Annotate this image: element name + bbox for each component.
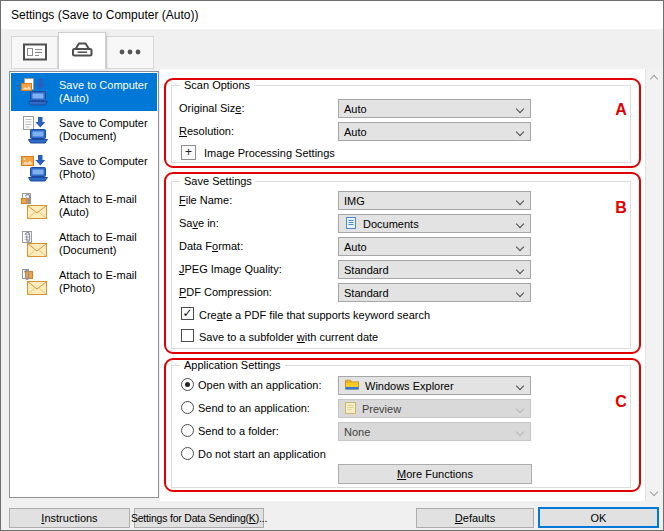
data-format-select[interactable]: Auto: [338, 237, 531, 256]
jpeg-quality-value: Standard: [344, 264, 389, 276]
sidebar-item-label-line2: (Document): [59, 130, 148, 143]
footer-bar: Instructions Settings for Data Sending(K…: [1, 501, 663, 531]
jpeg-quality-select[interactable]: Standard: [338, 260, 531, 279]
sidebar-item-label-line2: (Photo): [59, 168, 148, 181]
more-tabs-icon: [116, 42, 144, 64]
open-with-application-label[interactable]: Open with an application:: [198, 379, 322, 391]
scan-options-title: Scan Options: [180, 79, 254, 91]
sidebar-item-label-line1: Attach to E-mail: [59, 269, 137, 282]
settings-list: Save to Computer (Auto) Save to Computer…: [9, 71, 159, 498]
resolution-select[interactable]: Auto: [338, 122, 531, 141]
save-settings-title: Save Settings: [180, 175, 256, 187]
more-functions-button[interactable]: More Functions: [338, 464, 532, 484]
data-format-value: Auto: [344, 241, 367, 253]
chevron-up-icon: [650, 74, 658, 82]
create-pdf-keyword-checkbox[interactable]: ✓: [181, 307, 194, 320]
settings-for-data-sending-button[interactable]: Settings for Data Sending(K)...: [134, 508, 264, 528]
sidebar-item-label-line1: Save to Computer: [59, 155, 148, 168]
sidebar-item-save-to-computer-document[interactable]: Save to Computer (Document): [11, 111, 157, 149]
save-in-label: Save in:: [179, 217, 219, 229]
chevron-down-icon: [650, 487, 658, 495]
tab-strip: [1, 29, 663, 69]
simple-settings-tab-icon: [22, 42, 48, 64]
save-in-select[interactable]: Documents: [338, 214, 531, 233]
save-to-computer-photo-icon: [20, 154, 48, 182]
save-to-computer-document-icon: [20, 116, 48, 144]
instructions-label: Instructions: [41, 512, 97, 524]
do-not-start-application-radio[interactable]: [181, 447, 194, 460]
sidebar-item-label-line1: Attach to E-mail: [59, 231, 137, 244]
tab-more[interactable]: [106, 36, 154, 69]
send-to-application-select: Preview: [338, 399, 531, 418]
open-with-application-radio[interactable]: [181, 378, 194, 391]
chevron-down-icon: [516, 382, 524, 390]
instructions-button[interactable]: Instructions: [9, 508, 130, 528]
sidebar-item-label-line1: Attach to E-mail: [59, 193, 137, 206]
chevron-down-icon: [516, 266, 524, 274]
chevron-down-icon: [516, 405, 524, 413]
resolution-value: Auto: [344, 126, 367, 138]
settings-for-data-sending-label: Settings for Data Sending(K)...: [131, 512, 267, 524]
chevron-down-icon: [516, 197, 524, 205]
attach-to-email-auto-icon: [20, 192, 48, 220]
data-format-label: Data Format:: [179, 240, 243, 252]
save-subfolder-checkbox[interactable]: [181, 329, 194, 342]
ok-button[interactable]: OK: [538, 507, 659, 528]
sidebar-item-label-line1: Save to Computer: [59, 79, 148, 92]
sidebar-item-attach-to-email-photo[interactable]: Attach to E-mail (Photo): [11, 263, 157, 301]
chevron-down-icon: [516, 289, 524, 297]
documents-icon: [344, 216, 363, 232]
sidebar-item-label-line2: (Auto): [59, 206, 137, 219]
open-with-application-value: Windows Explorer: [365, 380, 454, 392]
scroll-down-button[interactable]: [646, 485, 662, 501]
jpeg-quality-label: JPEG Image Quality:: [179, 263, 282, 275]
preview-app-icon: [344, 401, 362, 417]
file-name-input[interactable]: IMG: [338, 191, 531, 210]
file-name-value: IMG: [344, 195, 365, 207]
send-to-folder-label[interactable]: Send to a folder:: [198, 425, 279, 437]
image-processing-expand-button[interactable]: +: [181, 145, 196, 160]
more-functions-label: More Functions: [397, 468, 473, 480]
scroll-up-button[interactable]: [646, 69, 662, 85]
chevron-down-icon: [516, 105, 524, 113]
send-to-folder-radio[interactable]: [181, 424, 194, 437]
application-settings-title: Application Settings: [180, 359, 285, 371]
send-to-application-label[interactable]: Send to an application:: [198, 402, 310, 414]
resolution-label: Resolution:: [179, 125, 234, 137]
pdf-compression-label: PDF Compression:: [179, 286, 272, 298]
window-title: Settings (Save to Computer (Auto)): [11, 8, 198, 22]
checkmark-icon: ✓: [182, 308, 192, 319]
tab-scanner-settings[interactable]: [58, 32, 106, 69]
file-name-label: File Name:: [179, 194, 232, 206]
create-pdf-keyword-label[interactable]: Create a PDF file that supports keyword …: [199, 309, 430, 321]
sidebar-item-label-line2: (Auto): [59, 92, 148, 105]
sidebar-item-attach-to-email-document[interactable]: Attach to E-mail (Document): [11, 225, 157, 263]
original-size-select[interactable]: Auto: [338, 99, 531, 118]
chevron-down-icon: [516, 243, 524, 251]
vertical-scrollbar[interactable]: [645, 69, 661, 501]
do-not-start-application-label[interactable]: Do not start an application: [198, 448, 326, 460]
attach-to-email-photo-icon: [20, 268, 48, 296]
settings-dialog: Settings (Save to Computer (Auto)): [0, 0, 664, 531]
open-with-application-select[interactable]: Windows Explorer: [338, 376, 531, 395]
original-size-value: Auto: [344, 103, 367, 115]
defaults-label: Defaults: [455, 512, 495, 524]
chevron-down-icon: [516, 128, 524, 136]
defaults-button[interactable]: Defaults: [416, 508, 534, 528]
save-to-computer-auto-icon: [20, 78, 48, 106]
save-in-value: Documents: [363, 218, 419, 230]
sidebar-item-attach-to-email-auto[interactable]: Attach to E-mail (Auto): [11, 187, 157, 225]
image-processing-settings-label[interactable]: Image Processing Settings: [204, 147, 335, 159]
sidebar-item-save-to-computer-photo[interactable]: Save to Computer (Photo): [11, 149, 157, 187]
send-to-application-radio[interactable]: [181, 401, 194, 414]
pdf-compression-select[interactable]: Standard: [338, 283, 531, 302]
windows-explorer-icon: [344, 378, 365, 394]
sidebar-item-save-to-computer-auto[interactable]: Save to Computer (Auto): [11, 73, 157, 111]
save-subfolder-label[interactable]: Save to a subfolder with current date: [199, 331, 378, 343]
send-to-application-value: Preview: [362, 403, 401, 415]
sidebar-item-label-line1: Save to Computer: [59, 117, 148, 130]
chevron-down-icon: [516, 428, 524, 436]
scanner-tab-icon: [68, 40, 96, 62]
tab-simple-settings[interactable]: [11, 36, 58, 69]
ok-label: OK: [591, 512, 607, 524]
